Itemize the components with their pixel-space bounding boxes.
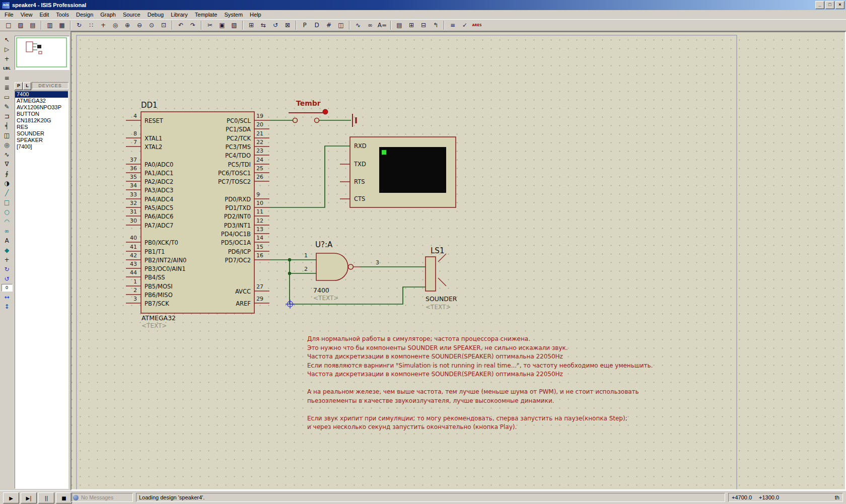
remove-sheet-button[interactable]: ⊟: [418, 20, 429, 31]
selection-mode-icon[interactable]: ↖: [2, 35, 12, 44]
stop-button[interactable]: ■: [56, 492, 72, 503]
subcircuit-mode-icon[interactable]: ▭: [2, 93, 12, 101]
menu-edit[interactable]: Edit: [36, 11, 52, 19]
netlist-to-ares-button[interactable]: ARES: [471, 20, 482, 31]
electrical-rules-check-button[interactable]: ✓: [459, 20, 470, 31]
center-at-cursor-button[interactable]: ◎: [110, 20, 121, 31]
menu-source[interactable]: Source: [119, 11, 144, 19]
rotation-angle-display[interactable]: 0: [2, 284, 13, 292]
exit-to-parent-button[interactable]: ↰: [430, 20, 441, 31]
graph-mode-icon[interactable]: ◫: [2, 131, 12, 139]
design-explorer-button[interactable]: ▤: [394, 20, 405, 31]
file-new-button[interactable]: □: [3, 20, 14, 31]
generator-mode-icon[interactable]: ∿: [2, 150, 12, 159]
bill-of-materials-button[interactable]: ≡: [447, 20, 458, 31]
pick-devices-button[interactable]: P: [15, 82, 23, 90]
menu-library[interactable]: Library: [167, 11, 191, 19]
menu-file[interactable]: File: [1, 11, 17, 19]
button-terminal-right[interactable]: [315, 118, 319, 123]
menu-help[interactable]: Help: [246, 11, 265, 19]
2d-marker-mode-icon[interactable]: +: [2, 255, 12, 264]
menu-template[interactable]: Template: [191, 11, 221, 19]
menu-debug[interactable]: Debug: [144, 11, 167, 19]
2d-arc-mode-icon[interactable]: ◠: [2, 217, 12, 226]
grid-toggle-button[interactable]: ∷: [86, 20, 97, 31]
property-assignment-button[interactable]: A=: [377, 20, 388, 31]
gate-value[interactable]: 7400: [313, 286, 329, 294]
device-item-button[interactable]: BUTTON: [15, 111, 68, 117]
wire-autorouter-button[interactable]: ∿: [352, 20, 364, 31]
play-button[interactable]: ▶: [3, 492, 19, 503]
block-move-button[interactable]: ⇆: [258, 20, 269, 31]
x-mirror-icon[interactable]: ↔: [2, 293, 12, 301]
menu-graph[interactable]: Graph: [97, 11, 119, 19]
y-mirror-icon[interactable]: ↕: [2, 302, 12, 311]
menu-tools[interactable]: Tools: [52, 11, 73, 19]
minimize-button[interactable]: _: [815, 1, 824, 9]
rotate-clockwise-icon[interactable]: ↻: [2, 265, 12, 273]
maximize-button[interactable]: □: [825, 1, 834, 9]
tape-recorder-mode-icon[interactable]: ◎: [2, 140, 12, 149]
step-button[interactable]: ▶|: [21, 492, 37, 503]
redraw-button[interactable]: ↻: [74, 20, 85, 31]
instant-edit-mode-icon[interactable]: ✎: [2, 102, 12, 111]
zoom-in-button[interactable]: ⊕: [122, 20, 133, 31]
print-button[interactable]: ▥: [44, 20, 55, 31]
junction-dot-mode-icon[interactable]: +: [2, 54, 12, 63]
library-manager-button[interactable]: L: [23, 82, 31, 90]
undo-button[interactable]: ↶: [175, 20, 186, 31]
close-button[interactable]: ×: [835, 1, 844, 9]
packaging-tool-button[interactable]: #: [323, 20, 334, 31]
button-label[interactable]: Tembr: [296, 99, 321, 107]
block-rotate-button[interactable]: ↺: [270, 20, 281, 31]
device-item-atmega32[interactable]: ATMEGA32: [15, 98, 68, 104]
device-item-avx1206npo33p[interactable]: AVX1206NPO33P: [15, 104, 68, 111]
component-mode-icon[interactable]: ▷: [2, 45, 12, 53]
search-and-tag-button[interactable]: ∞: [365, 20, 376, 31]
device-item-7400-lib[interactable]: [7400]: [15, 143, 68, 150]
file-save-button[interactable]: ▤: [27, 20, 38, 31]
current-probe-mode-icon[interactable]: ∮: [2, 169, 12, 178]
make-device-button[interactable]: D: [311, 20, 322, 31]
mcu-value[interactable]: ATMEGA32: [142, 314, 176, 322]
block-delete-button[interactable]: ⊠: [282, 20, 293, 31]
device-item-cn1812k20g[interactable]: CN1812K20G: [15, 117, 68, 124]
gate-reference[interactable]: U?:A: [315, 240, 332, 249]
menu-design[interactable]: Design: [73, 11, 97, 19]
text-script-mode-icon[interactable]: ≡: [2, 74, 12, 82]
pick-parts-button[interactable]: P: [299, 20, 310, 31]
decompose-button[interactable]: ◫: [335, 20, 346, 31]
sounder-body[interactable]: [426, 257, 436, 291]
copy-button[interactable]: ▣: [217, 20, 228, 31]
buses-mode-icon[interactable]: ≣: [2, 83, 12, 92]
button-actuator-knob[interactable]: [323, 109, 328, 114]
rotate-anticlockwise-icon[interactable]: ↺: [2, 274, 12, 283]
menu-system[interactable]: System: [221, 11, 246, 19]
file-open-button[interactable]: ▨: [15, 20, 26, 31]
pause-button[interactable]: ||: [38, 492, 54, 503]
device-item-7400[interactable]: 7400: [15, 91, 68, 98]
paste-button[interactable]: ▧: [229, 20, 240, 31]
voltage-probe-mode-icon[interactable]: ∇: [2, 160, 12, 168]
nand-gate-body[interactable]: [316, 253, 348, 280]
sounder-value[interactable]: SOUNDER: [426, 295, 457, 303]
2d-symbol-mode-icon[interactable]: ◆: [2, 246, 12, 254]
2d-circle-mode-icon[interactable]: ○: [2, 207, 12, 216]
button-terminal-left[interactable]: [293, 118, 298, 123]
menu-view[interactable]: View: [17, 11, 36, 19]
virtual-instruments-mode-icon[interactable]: ◑: [2, 179, 12, 187]
false-origin-button[interactable]: +: [98, 20, 109, 31]
2d-line-mode-icon[interactable]: ╱: [2, 188, 12, 197]
cut-button[interactable]: ✂: [204, 20, 216, 31]
zoom-area-button[interactable]: ⊡: [158, 20, 169, 31]
block-copy-button[interactable]: ⊞: [246, 20, 257, 31]
2d-path-mode-icon[interactable]: ∞: [2, 227, 12, 235]
mcu-reference[interactable]: DD1: [141, 101, 158, 110]
zoom-out-button[interactable]: ⊖: [134, 20, 145, 31]
2d-text-mode-icon[interactable]: A: [2, 236, 12, 245]
overview-pane[interactable]: [15, 36, 69, 70]
device-item-res[interactable]: RES: [15, 124, 68, 130]
zoom-all-button[interactable]: ⊙: [146, 20, 157, 31]
wire-label-mode-icon[interactable]: LBL: [2, 64, 12, 73]
terminals-mode-icon[interactable]: ⊐: [2, 112, 12, 120]
